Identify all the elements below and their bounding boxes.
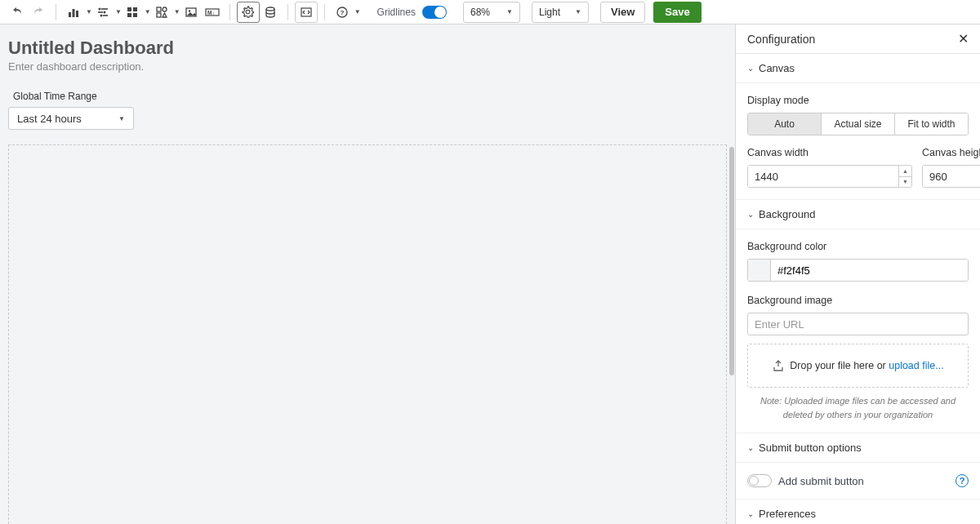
view-button[interactable]: View xyxy=(600,2,645,23)
add-shape-button[interactable] xyxy=(151,2,172,23)
canvas-area: Untitled Dashboard Enter dashboard descr… xyxy=(0,24,735,524)
filter-button[interactable] xyxy=(92,2,114,23)
canvas-height-label: Canvas height xyxy=(922,147,980,158)
help-icon[interactable]: ? xyxy=(956,474,969,487)
gridlines-label: Gridlines xyxy=(377,7,416,18)
svg-point-7 xyxy=(100,14,102,16)
width-down[interactable]: ▼ xyxy=(899,177,911,188)
section-background-header[interactable]: ⌄ Background xyxy=(736,200,980,229)
svg-rect-9 xyxy=(127,7,131,11)
display-mode-segmented: Auto Actual size Fit to width xyxy=(747,113,969,135)
add-markdown-button[interactable]: M↓ xyxy=(202,2,223,23)
bg-image-dropzone[interactable]: Drop your file here or upload file... xyxy=(747,344,969,388)
zoom-select[interactable]: 68%▼ xyxy=(463,2,520,23)
svg-text:M↓: M↓ xyxy=(207,9,215,15)
chevron-down-icon[interactable]: ▼ xyxy=(174,8,180,16)
upload-note: Note: Uploaded image files can be access… xyxy=(747,394,969,421)
canvas-grid[interactable] xyxy=(8,144,727,524)
upload-file-link[interactable]: upload file... xyxy=(889,360,943,371)
svg-point-20 xyxy=(266,7,274,11)
bg-color-swatch[interactable] xyxy=(748,260,771,281)
time-range-label: Global Time Range xyxy=(13,91,727,102)
bg-color-label: Background color xyxy=(747,241,969,252)
chevron-down-icon[interactable]: ▼ xyxy=(145,8,151,16)
save-button[interactable]: Save xyxy=(653,2,701,23)
close-button[interactable]: ✕ xyxy=(958,31,969,47)
mode-auto[interactable]: Auto xyxy=(748,113,822,135)
canvas-width-input[interactable] xyxy=(748,166,898,187)
chevron-down-icon: ⌄ xyxy=(747,509,754,518)
svg-point-3 xyxy=(98,7,100,10)
chevron-down-icon[interactable]: ▼ xyxy=(115,8,122,16)
chevron-down-icon: ▼ xyxy=(118,115,125,122)
data-sources-button[interactable] xyxy=(260,2,281,23)
svg-point-14 xyxy=(163,7,167,11)
svg-rect-4 xyxy=(101,8,108,10)
redo-button[interactable] xyxy=(28,2,49,23)
svg-rect-12 xyxy=(133,13,137,17)
chevron-down-icon: ⌄ xyxy=(747,443,754,452)
svg-rect-8 xyxy=(103,15,108,16)
section-canvas-header[interactable]: ⌄ Canvas xyxy=(736,54,980,83)
dashboard-title[interactable]: Untitled Dashboard xyxy=(8,38,727,59)
gridlines-toggle[interactable] xyxy=(422,6,447,19)
svg-rect-0 xyxy=(69,12,71,17)
bg-color-input[interactable] xyxy=(771,260,968,281)
svg-text:?: ? xyxy=(340,9,344,16)
upload-icon xyxy=(772,359,785,372)
mode-actual-size[interactable]: Actual size xyxy=(822,113,895,135)
configuration-panel: Configuration ✕ ⌄ Canvas Display mode Au… xyxy=(735,24,980,524)
dashboard-description[interactable]: Enter dashboard description. xyxy=(8,60,727,73)
svg-rect-11 xyxy=(127,13,131,17)
svg-rect-1 xyxy=(73,9,75,17)
chevron-down-icon: ⌄ xyxy=(747,64,754,73)
bg-image-label: Background image xyxy=(747,295,969,306)
settings-button[interactable] xyxy=(237,2,260,23)
bg-image-url-input[interactable] xyxy=(747,313,969,335)
svg-rect-15 xyxy=(157,13,161,17)
width-up[interactable]: ▲ xyxy=(899,166,911,177)
add-image-button[interactable] xyxy=(180,2,202,23)
theme-select[interactable]: Light▼ xyxy=(532,2,589,23)
section-submit-header[interactable]: ⌄ Submit button options xyxy=(736,433,980,463)
config-title: Configuration xyxy=(747,33,815,46)
scrollbar[interactable] xyxy=(728,147,735,433)
svg-rect-6 xyxy=(98,11,103,13)
help-button[interactable]: ? xyxy=(332,2,353,23)
svg-point-17 xyxy=(188,10,189,11)
svg-rect-13 xyxy=(157,7,161,11)
add-submit-label: Add submit button xyxy=(778,475,864,487)
canvas-width-label: Canvas width xyxy=(747,147,912,158)
svg-rect-2 xyxy=(76,11,78,17)
chevron-down-icon[interactable]: ▼ xyxy=(86,8,92,16)
svg-point-5 xyxy=(103,11,105,13)
display-mode-label: Display mode xyxy=(747,95,969,106)
svg-rect-10 xyxy=(133,7,137,11)
add-panel-button[interactable] xyxy=(122,2,143,23)
canvas-height-input[interactable] xyxy=(923,166,980,187)
toolbar: ▼ ▼ ▼ ▼ M↓ xyxy=(0,0,980,24)
add-chart-button[interactable] xyxy=(63,2,84,23)
add-submit-toggle[interactable] xyxy=(747,474,772,487)
section-preferences-header[interactable]: ⌄ Preferences xyxy=(736,499,980,524)
time-range-select[interactable]: Last 24 hours ▼ xyxy=(8,107,134,130)
undo-button[interactable] xyxy=(7,2,28,23)
chevron-down-icon: ⌄ xyxy=(747,210,754,219)
mode-fit-width[interactable]: Fit to width xyxy=(895,113,968,135)
chevron-down-icon[interactable]: ▼ xyxy=(354,8,361,16)
source-code-button[interactable] xyxy=(295,2,318,23)
